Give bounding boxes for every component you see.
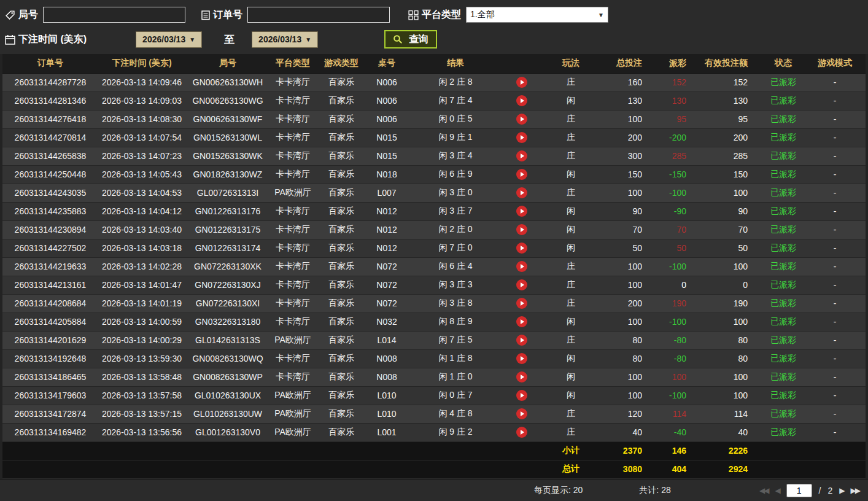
replay-button[interactable] <box>516 150 527 161</box>
replay-button[interactable] <box>516 206 527 217</box>
page-separator: / <box>819 486 821 495</box>
play-icon <box>521 80 524 85</box>
bet-records-table-wrap: 订单号下注时间 (美东)局号平台类型游戏类型桌号结果玩法总投注派彩有效投注额状态… <box>0 54 868 479</box>
cell-platform-type: 卡卡湾厅 <box>270 349 316 368</box>
replay-button[interactable] <box>516 95 527 106</box>
cell-payout: -100 <box>657 386 701 405</box>
cell-bet-side: 庄 <box>539 276 603 294</box>
table-row: 2603131442016292026-03-13 14:00:29GL0142… <box>2 331 866 349</box>
replay-button[interactable] <box>516 187 527 198</box>
table-row: 2603131442430352026-03-13 14:04:53GL0072… <box>2 184 866 202</box>
round-no-input[interactable] <box>43 7 185 23</box>
cell-total-bet: 300 <box>603 147 657 165</box>
cell-total-bet: 160 <box>603 73 657 91</box>
cell-platform-type: 卡卡湾厅 <box>270 73 316 91</box>
cell-replay <box>505 165 539 184</box>
cell-table-no: L010 <box>367 386 406 405</box>
cell-payout: -40 <box>657 423 701 441</box>
page-input[interactable]: 1 <box>786 484 812 497</box>
cell-game-type: 百家乐 <box>316 184 367 202</box>
cell-total-bet: 100 <box>603 386 657 405</box>
cell-order-no: 260313134186465 <box>2 368 98 386</box>
replay-button[interactable] <box>516 390 527 401</box>
cell-table-no: L001 <box>367 423 406 441</box>
replay-button[interactable] <box>516 298 527 309</box>
cell-order-no: 260313144208684 <box>2 294 98 313</box>
header-order-no: 订单号 <box>2 54 98 73</box>
cell-status: 已派彩 <box>762 257 804 276</box>
replay-button[interactable] <box>516 243 527 254</box>
cell-round-no: GN03226313180 <box>185 313 270 331</box>
cell-bet-time: 2026-03-13 14:05:43 <box>98 165 185 184</box>
platform-select[interactable]: 1.全部 ▼ <box>466 7 608 23</box>
date-to-button[interactable]: 2026/03/13 ▼ <box>252 31 318 48</box>
cell-bet-time: 2026-03-13 14:07:23 <box>98 147 185 165</box>
cell-replay <box>505 294 539 313</box>
order-no-input[interactable] <box>247 7 390 23</box>
play-icon <box>521 98 524 103</box>
cell-order-no: 260313134192648 <box>2 349 98 368</box>
cell-game-type: 百家乐 <box>316 257 367 276</box>
cell-game-mode: - <box>804 276 866 294</box>
cell-table-no: N008 <box>367 368 406 386</box>
cell-total-bet: 200 <box>603 294 657 313</box>
replay-button[interactable] <box>516 408 527 419</box>
cell-order-no: 260313144250448 <box>2 165 98 184</box>
first-page-icon[interactable]: ◀◀ <box>759 486 768 495</box>
table-row: 2603131341926482026-03-13 13:59:30GN0082… <box>2 349 866 368</box>
cell-order-no: 260313144265838 <box>2 147 98 165</box>
replay-button[interactable] <box>516 353 527 364</box>
cell-bet-side: 闲 <box>539 313 603 331</box>
per-page-label: 每页显示: 20 <box>534 485 583 496</box>
cell-bet-time: 2026-03-13 14:03:40 <box>98 220 185 239</box>
play-icon <box>521 301 524 306</box>
replay-button[interactable] <box>516 132 527 143</box>
cell-game-mode: - <box>804 128 866 147</box>
replay-button[interactable] <box>516 335 527 346</box>
replay-button[interactable] <box>516 261 527 272</box>
replay-button[interactable] <box>516 279 527 290</box>
cell-replay <box>505 349 539 368</box>
cell-status: 已派彩 <box>762 128 804 147</box>
replay-button[interactable] <box>516 77 527 88</box>
replay-button[interactable] <box>516 114 527 125</box>
cell-round-no: GN006263130WF <box>185 110 270 128</box>
filter-row-1: 局号 订单号 平台类型 1.全部 ▼ <box>5 4 863 26</box>
cell-valid-bet: 190 <box>701 294 762 313</box>
cell-game-type: 百家乐 <box>316 368 367 386</box>
last-page-icon[interactable]: ▶▶ <box>851 486 859 495</box>
subtotal-total-bet: 2370 <box>603 441 657 460</box>
cell-result: 闲 7 庄 5 <box>406 331 505 349</box>
cell-valid-bet: 50 <box>701 239 762 257</box>
cell-table-no: N008 <box>367 349 406 368</box>
header-total-bet: 总投注 <box>603 54 657 73</box>
cell-bet-side: 庄 <box>539 405 603 423</box>
cell-status: 已派彩 <box>762 349 804 368</box>
replay-button[interactable] <box>516 224 527 235</box>
grand-total-row: 总计30804042924 <box>2 460 866 478</box>
cell-platform-type: 卡卡湾厅 <box>270 368 316 386</box>
search-button[interactable]: 查询 <box>384 30 437 49</box>
cell-bet-time: 2026-03-13 13:58:48 <box>98 368 185 386</box>
cell-platform-type: 卡卡湾厅 <box>270 276 316 294</box>
replay-button[interactable] <box>516 427 527 438</box>
replay-button[interactable] <box>516 371 527 383</box>
cell-table-no: N006 <box>367 73 406 91</box>
replay-button[interactable] <box>516 169 527 180</box>
next-page-icon[interactable]: ▶ <box>839 486 843 495</box>
cell-table-no: N072 <box>367 276 406 294</box>
table-row: 2603131442131612026-03-13 14:01:47GN0722… <box>2 276 866 294</box>
replay-button[interactable] <box>516 316 527 327</box>
prev-page-icon[interactable]: ◀ <box>775 486 779 495</box>
cell-status: 已派彩 <box>762 184 804 202</box>
table-row: 2603131442086842026-03-13 14:01:19GN0722… <box>2 294 866 313</box>
cell-replay <box>505 73 539 91</box>
cell-game-mode: - <box>804 294 866 313</box>
cell-replay <box>505 331 539 349</box>
cell-game-type: 百家乐 <box>316 331 367 349</box>
cell-round-no: GN015263130WK <box>185 147 270 165</box>
cell-bet-side: 庄 <box>539 294 603 313</box>
cell-game-mode: - <box>804 405 866 423</box>
date-from-button[interactable]: 2026/03/13 ▼ <box>136 31 202 48</box>
table-row: 2603131442504482026-03-13 14:05:43GN0182… <box>2 165 866 184</box>
